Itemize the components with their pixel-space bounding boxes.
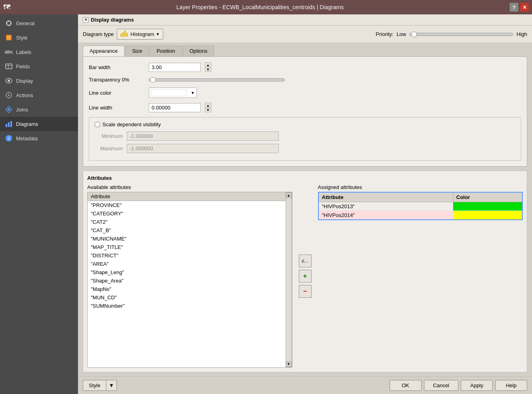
labels-icon: abc <box>5 48 13 56</box>
assigned-attr-color-green[interactable] <box>453 202 522 211</box>
assigned-col-attribute: Attribute <box>318 192 453 202</box>
sidebar-item-diagrams[interactable]: Diagrams <box>0 117 78 131</box>
line-width-spinner: ▲ ▼ <box>205 103 211 112</box>
remove-attribute-button[interactable]: − <box>299 285 312 298</box>
list-item[interactable]: "CAT_B" <box>88 226 286 235</box>
general-icon <box>5 19 13 27</box>
diagram-type-row: Diagram type Histogram ▼ <box>78 26 532 43</box>
bar-width-label: Bar width <box>89 64 145 70</box>
bottom-bar: Style ▼ OK Cancel Apply Help <box>78 376 532 394</box>
assigned-attr-name: "HIVPos2014" <box>318 211 453 220</box>
display-diagrams-checkbox[interactable]: ✕ <box>83 17 88 23</box>
tab-options[interactable]: Options <box>183 46 214 56</box>
display-diagrams-label: Display diagrams <box>91 17 134 23</box>
scroll-down-button[interactable]: ▼ <box>286 361 292 367</box>
sidebar-item-fields-label: Fields <box>16 64 30 70</box>
sidebar-item-display[interactable]: Display <box>0 74 78 88</box>
transparency-slider[interactable] <box>149 78 285 82</box>
histogram-icon <box>120 30 129 38</box>
cancel-button[interactable]: Cancel <box>424 380 458 391</box>
line-color-button[interactable]: ▼ <box>149 88 197 98</box>
line-width-input[interactable] <box>149 103 201 112</box>
maximum-input[interactable] <box>127 144 279 153</box>
svg-rect-21 <box>8 122 10 127</box>
style-button-group: Style ▼ <box>83 380 117 391</box>
bar-width-input[interactable] <box>149 63 201 72</box>
list-item[interactable]: "MAP_TITLE" <box>88 243 286 251</box>
list-item[interactable]: "CATEGORY" <box>88 209 286 218</box>
assigned-attr-color-yellow[interactable] <box>453 211 522 220</box>
epsilon-button[interactable]: ε... <box>299 255 312 267</box>
transparency-row: Transparency 0% <box>89 77 521 83</box>
sidebar-item-fields[interactable]: Fields <box>0 59 78 74</box>
minimum-input[interactable] <box>127 131 279 141</box>
line-color-swatch <box>151 89 187 96</box>
joins-icon <box>5 105 13 113</box>
help-button[interactable]: ? <box>510 3 518 12</box>
bar-width-up[interactable]: ▲ <box>205 62 211 67</box>
sidebar-item-labels[interactable]: abc Labels <box>0 45 78 59</box>
diagram-type-dropdown[interactable]: Histogram ▼ <box>117 29 163 40</box>
style-button[interactable]: Style <box>83 380 106 391</box>
diagram-type-label: Diagram type <box>83 31 114 37</box>
sidebar-item-joins[interactable]: Joins <box>0 102 78 117</box>
priority-thumb <box>411 32 417 37</box>
dropdown-arrow-icon: ▼ <box>156 32 160 36</box>
list-item[interactable]: "AREA" <box>88 260 286 268</box>
list-item[interactable]: "MUN_CD" <box>88 293 286 302</box>
svg-point-13 <box>8 94 10 96</box>
scale-dependent-checkbox[interactable] <box>95 122 100 127</box>
bar-width-down[interactable]: ▼ <box>205 67 211 72</box>
help-button-bottom[interactable]: Help <box>495 380 527 391</box>
table-row[interactable]: "HIVPos2014" <box>318 211 523 220</box>
line-width-row: Line width ▲ ▼ <box>89 103 521 112</box>
bar-width-spinner: ▲ ▼ <box>205 62 211 72</box>
sidebar-item-labels-label: Labels <box>16 49 31 55</box>
transparency-thumb <box>150 77 156 83</box>
sidebar-item-style[interactable]: Style <box>0 30 78 45</box>
list-item[interactable]: "SUMNumber" <box>88 302 286 310</box>
list-item[interactable]: "MapNo" <box>88 285 286 293</box>
tab-position[interactable]: Position <box>150 46 182 56</box>
table-row[interactable]: "HIVPos2013" <box>318 202 523 211</box>
list-item[interactable]: "DISTRICT" <box>88 251 286 260</box>
style-dropdown-button[interactable]: ▼ <box>106 380 117 391</box>
priority-high-label: High <box>516 31 527 37</box>
priority-slider[interactable] <box>409 33 513 36</box>
list-item[interactable]: "Shape_Area" <box>88 277 286 285</box>
tab-size[interactable]: Size <box>125 46 149 56</box>
sidebar-item-joins-label: Joins <box>16 107 28 113</box>
sidebar-item-general-label: General <box>16 20 34 26</box>
window-controls: ? ✕ <box>510 3 529 12</box>
metadata-icon: i <box>5 134 13 142</box>
assigned-attributes-panel: Assigned attributes Attribute Color " <box>318 184 523 368</box>
svg-point-11 <box>8 80 10 82</box>
svg-rect-22 <box>10 121 12 127</box>
apply-button[interactable]: Apply <box>461 380 493 391</box>
line-width-label: Line width <box>89 105 145 111</box>
attributes-section: Attributes Available attributes Attribut… <box>83 171 527 372</box>
line-color-label: Line color <box>89 90 145 96</box>
ok-button[interactable]: OK <box>390 380 422 391</box>
content-wrapper: ✕ Display diagrams Diagram type <box>78 14 532 394</box>
sidebar-item-metadata-label: Metadata <box>16 135 38 141</box>
priority-low-label: Low <box>396 31 406 37</box>
line-width-up[interactable]: ▲ <box>205 103 211 107</box>
sidebar-item-actions[interactable]: Actions <box>0 88 78 102</box>
list-item[interactable]: "CAT2" <box>88 218 286 226</box>
attr-list-items: "PROVINCE" "CATEGORY" "CAT2" "CAT_B" "MU… <box>88 201 286 367</box>
sidebar-item-metadata[interactable]: i Metadata <box>0 131 78 145</box>
sidebar-item-general[interactable]: General <box>0 16 78 30</box>
list-item[interactable]: "PROVINCE" <box>88 201 286 209</box>
display-diagrams-bar: ✕ Display diagrams <box>78 14 532 26</box>
tab-appearance[interactable]: Appearance <box>83 46 124 56</box>
close-button[interactable]: ✕ <box>520 3 529 12</box>
list-item[interactable]: "MUNICNAME" <box>88 235 286 243</box>
scale-dependent-label: Scale dependent visibility <box>102 121 161 127</box>
maximum-row: Maximum <box>95 144 515 153</box>
line-width-down[interactable]: ▼ <box>205 107 211 112</box>
scroll-up-button[interactable]: ▲ <box>286 193 292 198</box>
list-item[interactable]: "Shape_Leng" <box>88 268 286 277</box>
minimum-label: Minimum <box>95 133 123 139</box>
add-attribute-button[interactable]: + <box>299 270 312 283</box>
